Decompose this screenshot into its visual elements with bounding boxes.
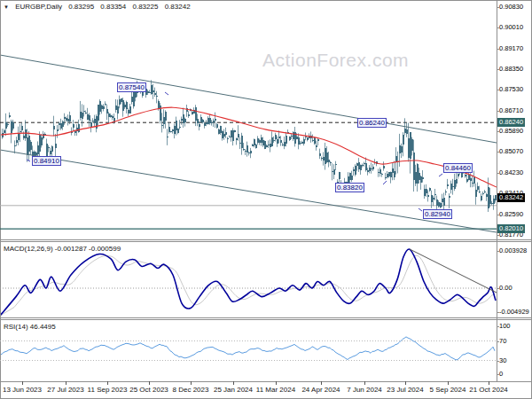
quote-open: 0.83295	[68, 3, 94, 11]
rsi-axis-label: 70	[499, 337, 506, 346]
macd-indicator-label: MACD(12,26,9) -0.001287 -0.000599	[4, 245, 121, 253]
macd-axis-label: 0.003928	[499, 246, 527, 255]
price-axis-label: 0.85070	[499, 147, 523, 156]
price-axis-label: 0.90830	[499, 3, 523, 12]
chart-legend: ▼ EURGBP,Daily 0.83295 0.83354 0.83225 0…	[4, 3, 195, 11]
date-axis-label: 11 Mar 2024	[251, 386, 301, 394]
rsi-axis-label: 30	[499, 356, 506, 365]
price-axis-label: 0.89170	[499, 44, 523, 53]
price-callout-label: 0.84460	[443, 163, 473, 173]
level-axis-label: 0.82010	[497, 224, 525, 233]
price-callout-label: 0.86240	[357, 118, 387, 128]
rsi-axis-label: 0	[499, 370, 503, 379]
rsi-indicator-label: RSI(14) 46.4495	[4, 323, 56, 331]
collapse-triangle-icon[interactable]: ▼	[4, 4, 9, 10]
price-axis-label: 0.85890	[499, 127, 523, 136]
rsi-axis-label: 100	[499, 322, 511, 331]
quote-close: 0.83242	[165, 3, 191, 11]
date-axis-label: 21 Oct 2024	[464, 386, 513, 394]
level-axis-label: 0.86240	[497, 118, 525, 127]
macd-axis-label: 0.00	[499, 284, 512, 293]
quote-high: 0.83354	[100, 3, 126, 11]
price-callout-label: 0.87540	[117, 82, 146, 92]
quote-low: 0.83225	[133, 3, 159, 11]
price-callout-label: 0.83820	[335, 183, 364, 192]
price-callout-label: 0.82940	[423, 209, 452, 219]
date-axis-label: 24 Apr 2024	[296, 386, 346, 394]
price-axis-label: 0.90010	[499, 23, 523, 32]
price-axis-label: 0.87530	[499, 85, 523, 94]
macd-axis-label: -0.004929	[499, 308, 529, 317]
last-price-axis-label: 0.83242	[497, 193, 525, 202]
price-axis-label: 0.88350	[499, 65, 523, 74]
symbol-timeframe-label: EURGBP,Daily	[15, 3, 62, 11]
price-axis-label: 0.86710	[499, 106, 523, 115]
price-axis-label: 0.84230	[499, 168, 523, 177]
price-axis-label: 0.82590	[499, 210, 523, 219]
price-callout-label: 0.84910	[32, 156, 61, 166]
watermark: ActionForex.com	[262, 50, 409, 71]
trading-chart-window: ▼ EURGBP,Daily 0.83295 0.83354 0.83225 0…	[0, 0, 532, 399]
